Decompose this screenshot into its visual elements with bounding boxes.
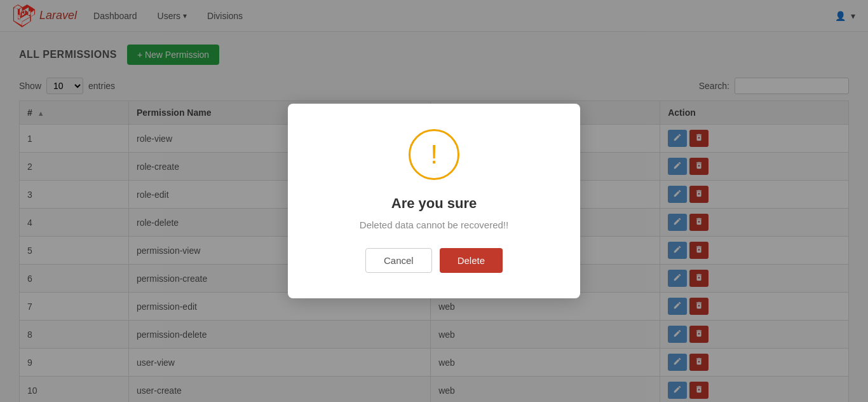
warning-icon: ! <box>409 129 459 180</box>
exclamation-mark: ! <box>430 139 438 170</box>
modal-title: Are you sure <box>320 195 548 212</box>
confirm-delete-button[interactable]: Delete <box>440 248 503 273</box>
modal-message: Deleted data cannot be recovered!! <box>320 219 548 230</box>
modal-buttons: Cancel Delete <box>320 248 548 273</box>
modal-overlay[interactable]: ! Are you sure Deleted data cannot be re… <box>0 0 868 402</box>
confirm-dialog: ! Are you sure Deleted data cannot be re… <box>288 104 580 298</box>
cancel-button[interactable]: Cancel <box>365 248 432 273</box>
